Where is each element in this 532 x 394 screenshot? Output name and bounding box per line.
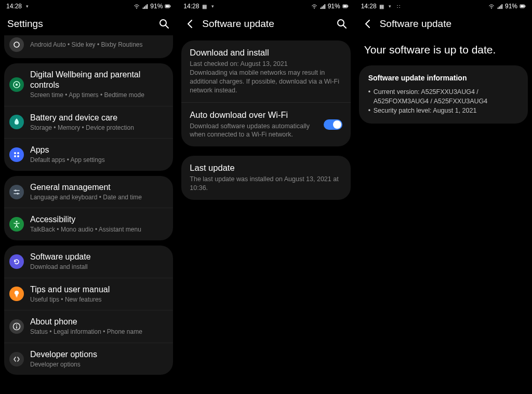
settings-group: Android Auto • Side key • Bixby Routines <box>4 35 173 58</box>
dev-icon <box>9 352 24 366</box>
block-title: Auto download over Wi-Fi <box>190 110 317 120</box>
svg-point-10 <box>14 42 19 47</box>
wifi-icon <box>134 3 140 9</box>
status-bar: 14:28 ▦ ▾ 91% <box>177 0 354 12</box>
battery-percent: 91% <box>150 3 163 10</box>
settings-row[interactable]: About phoneStatus • Legal information • … <box>4 310 173 343</box>
appbar: Software update <box>177 12 354 35</box>
back-button[interactable] <box>362 18 374 30</box>
row-title: Digital Wellbeing and parental controls <box>30 70 168 90</box>
screenshot-icon: ▦ <box>201 3 207 9</box>
svg-point-14 <box>17 152 19 154</box>
settings-block[interactable]: Last updateThe last update was installed… <box>181 156 350 200</box>
row-title: Apps <box>30 145 168 155</box>
svg-point-15 <box>14 155 16 157</box>
row-title: General management <box>30 182 168 193</box>
update-info-card: Software update information Current vers… <box>359 65 528 124</box>
wifi-icon <box>488 3 495 9</box>
about-icon <box>9 319 24 334</box>
signal-icon <box>497 3 503 9</box>
battery-percent: 91% <box>328 3 340 10</box>
row-title: Tips and user manual <box>30 284 168 295</box>
svg-point-12 <box>16 84 18 86</box>
screen-settings: 14:28 ▾ 91% Settings Android Auto • Side… <box>0 0 177 394</box>
status-time: 14:28 <box>183 3 199 10</box>
row-subtitle: TalkBack • Mono audio • Assistant menu <box>30 226 168 234</box>
svg-point-16 <box>17 155 19 157</box>
page-title: Software update <box>380 18 525 30</box>
signal-icon <box>320 3 326 9</box>
row-title: Developer options <box>30 349 168 360</box>
row-title: About phone <box>30 317 168 327</box>
settings-row[interactable]: AccessibilityTalkBack • Mono audio • Ass… <box>4 208 173 240</box>
wifi-icon <box>311 3 317 9</box>
settings-block[interactable]: Auto download over Wi-FiDownload softwar… <box>181 102 350 147</box>
adv-icon <box>9 37 24 52</box>
page-title: Settings <box>7 18 152 30</box>
settings-row[interactable]: Software updateDownload and install <box>4 246 173 278</box>
search-button[interactable] <box>158 18 170 30</box>
battery-icon <box>9 115 24 129</box>
battery-icon <box>165 3 171 9</box>
block-subtitle: Last checked on: August 13, 2021 Downloa… <box>190 60 342 95</box>
block-title: Last update <box>190 163 342 173</box>
status-indicator-icon: ▾ <box>209 3 216 9</box>
tips-icon <box>9 287 24 301</box>
update-status-hero: Your software is up to date. <box>355 35 532 61</box>
settings-row[interactable]: AppsDefault apps • App settings <box>4 138 173 171</box>
block-title: Download and install <box>190 48 342 58</box>
block-subtitle: Download software updates automatically … <box>190 122 317 140</box>
settings-group: Software updateDownload and installTips … <box>4 246 173 375</box>
status-indicator-icon: ▾ <box>24 3 30 9</box>
settings-block[interactable]: Download and installLast checked on: Aug… <box>181 40 350 102</box>
appbar: Software update <box>355 12 532 35</box>
screenshot-icon: ▦ <box>379 3 385 9</box>
row-subtitle: Download and install <box>30 263 168 271</box>
info-line: Current version: A525FXXU3AUG4 / A525FOX… <box>368 87 518 106</box>
row-subtitle: Status • Legal information • Phone name <box>30 328 168 336</box>
toggle-switch[interactable] <box>324 119 342 130</box>
last-update-card: Last updateThe last update was installed… <box>181 156 350 200</box>
row-title: Battery and device care <box>30 113 168 123</box>
search-button[interactable] <box>336 18 348 30</box>
row-subtitle: Screen time • App timers • Bedtime mode <box>30 91 168 100</box>
settings-row[interactable]: General managementLanguage and keyboard … <box>4 176 173 208</box>
svg-point-21 <box>16 221 18 223</box>
settings-row[interactable]: Developer optionsDeveloper options <box>4 343 173 375</box>
screen-software-update: 14:28 ▦ ▾ 91% Software update Download a… <box>177 0 354 394</box>
screen-update-result: 14:28 ▦ ▾ ∷ 91% Software update Your sof… <box>355 0 532 394</box>
info-card-title: Software update information <box>368 74 518 82</box>
appbar: Settings <box>0 12 177 35</box>
signal-icon <box>142 3 148 9</box>
row-subtitle: Language and keyboard • Date and time <box>30 194 168 202</box>
row-subtitle: Useful tips • New features <box>30 296 168 304</box>
row-subtitle: Developer options <box>30 361 168 369</box>
row-subtitle: Android Auto • Side key • Bixby Routines <box>30 41 168 49</box>
status-bar: 14:28 ▦ ▾ ∷ 91% <box>355 0 532 12</box>
row-title: Accessibility <box>30 214 168 225</box>
status-indicator-icon: ▾ <box>387 3 393 9</box>
status-bar: 14:28 ▾ 91% <box>0 0 177 12</box>
general-icon <box>9 185 24 199</box>
wellbeing-icon <box>9 77 24 92</box>
back-button[interactable] <box>184 18 196 30</box>
status-time: 14:28 <box>361 3 377 10</box>
battery-percent: 91% <box>505 3 517 10</box>
svg-point-20 <box>17 193 19 195</box>
update-options-card: Download and installLast checked on: Aug… <box>181 40 350 146</box>
settings-row[interactable]: Tips and user manualUseful tips • New fe… <box>4 278 173 310</box>
page-title: Software update <box>202 18 329 30</box>
apps-icon <box>9 147 24 162</box>
row-subtitle: Default apps • App settings <box>30 156 168 165</box>
battery-icon <box>342 3 349 9</box>
status-time: 14:28 <box>6 3 22 10</box>
settings-list[interactable]: Android Auto • Side key • Bixby Routines… <box>0 35 177 375</box>
settings-row[interactable]: Android Auto • Side key • Bixby Routines <box>4 35 173 58</box>
settings-row[interactable]: Digital Wellbeing and parental controlsS… <box>4 63 173 106</box>
battery-icon <box>520 3 526 9</box>
settings-row[interactable]: Battery and device careStorage • Memory … <box>4 106 173 139</box>
block-subtitle: The last update was installed on August … <box>190 175 342 193</box>
info-line: Security patch level: August 1, 2021 <box>368 106 518 115</box>
apps-icon: ∷ <box>395 3 402 9</box>
a11y-icon <box>9 217 24 232</box>
